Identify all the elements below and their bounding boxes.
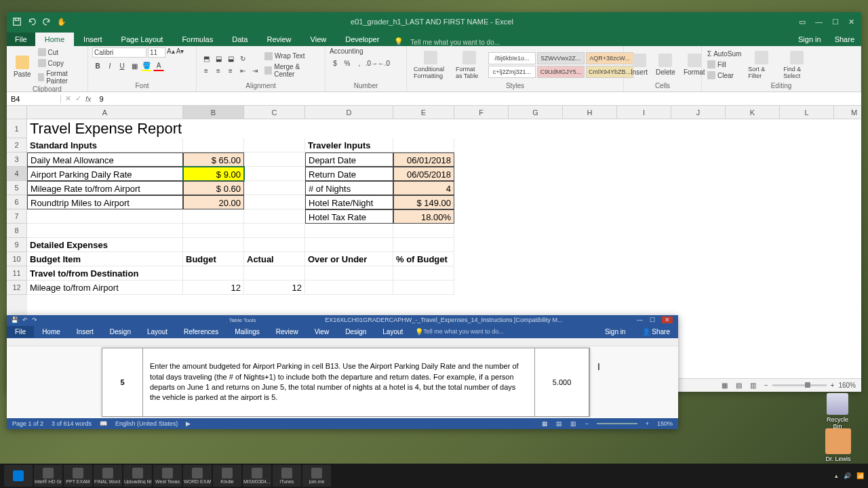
signin-link[interactable]: Sign in [791, 33, 828, 46]
read-mode-icon[interactable]: ▦ [542, 420, 548, 427]
format-as-table-button[interactable]: Format as Table [453, 49, 486, 81]
taskbar[interactable]: Intel® HD GraphicsPPT EXAMFINAL Word Exa… [0, 464, 868, 488]
clear-button[interactable]: Clear [706, 70, 743, 80]
insert-cells-button[interactable]: Insert [628, 52, 650, 77]
indent-dec-icon[interactable]: ⇤ [237, 66, 248, 77]
view-normal-icon[interactable]: ▦ [722, 382, 728, 389]
row-header[interactable]: 7 [7, 209, 27, 224]
indent-inc-icon[interactable]: ⇥ [250, 66, 260, 77]
cell[interactable]: Traveler Inputs [305, 138, 393, 152]
tell-me-input[interactable]: Tell me what you want to do... [410, 39, 500, 46]
row-header[interactable]: 3 [7, 152, 27, 167]
cell[interactable]: Budget [183, 252, 244, 266]
redo-icon[interactable]: ↷ [32, 317, 37, 323]
touch-mode-icon[interactable]: ✋ [57, 17, 66, 26]
save-icon[interactable] [12, 17, 22, 26]
taskbar-item[interactable]: PPT EXAM [64, 465, 92, 487]
cell-style-item[interactable]: 5ZWvVwx2Z... [537, 52, 585, 64]
taskbar-item[interactable]: Intel® HD Graphics [34, 465, 62, 487]
cell[interactable]: Daily Meal Allowance [27, 152, 183, 167]
cell[interactable] [244, 167, 305, 181]
maximize-icon[interactable]: ☐ [650, 317, 655, 323]
cell-style-item[interactable]: C9UdMGJY5... [537, 66, 585, 78]
row-header[interactable]: 9 [7, 238, 27, 252]
zoom-out-icon[interactable]: − [585, 420, 588, 427]
word-tab-design[interactable]: Design [102, 326, 139, 338]
conditional-formatting-button[interactable]: Conditional Formatting [411, 49, 450, 81]
fill-button[interactable]: Fill [706, 60, 743, 69]
web-layout-icon[interactable]: ▥ [570, 420, 576, 427]
zoom-slider[interactable] [597, 423, 637, 424]
col-header[interactable]: C [244, 106, 305, 119]
name-box[interactable]: B4 [7, 95, 61, 103]
col-header[interactable]: A [27, 106, 183, 119]
cell[interactable] [244, 209, 305, 224]
word-ruler[interactable] [7, 338, 678, 346]
tab-page-layout[interactable]: Page Layout [112, 33, 173, 46]
file-tab[interactable]: File [7, 33, 35, 46]
column-headers[interactable]: ABCDEFGHIJKLM [27, 106, 861, 119]
cell[interactable] [183, 266, 244, 281]
fx-icon[interactable]: fx [85, 95, 92, 103]
cell[interactable]: Detailed Expenses [27, 238, 183, 252]
dec-decimal-icon[interactable]: ←.0 [378, 58, 389, 68]
row-header[interactable]: 8 [7, 224, 27, 238]
word-tellme[interactable]: Tell me what you want to do... [423, 328, 504, 335]
col-header[interactable]: K [726, 106, 780, 119]
formula-input[interactable]: 9 [96, 95, 861, 103]
cell[interactable] [183, 138, 244, 152]
cell[interactable] [244, 266, 305, 281]
taskbar-item[interactable]: WORD EXAM 10-12...2016A [183, 465, 212, 487]
col-header[interactable]: H [563, 106, 617, 119]
cell[interactable]: Hotel Tax Rate [305, 209, 393, 224]
col-header[interactable]: F [454, 106, 509, 119]
row-header[interactable]: 5 [7, 181, 27, 195]
cell[interactable] [244, 224, 305, 238]
cell[interactable] [183, 224, 244, 238]
cell[interactable]: Travel to/from Destination [27, 266, 183, 281]
cell[interactable] [183, 238, 244, 252]
cell[interactable] [244, 195, 305, 209]
row-header[interactable]: 10 [7, 252, 27, 266]
cell[interactable]: 4 [393, 181, 454, 195]
cell-style-item[interactable]: /8ij6kbIe1o... [488, 52, 536, 64]
word-count[interactable]: 3 of 614 words [52, 420, 92, 427]
cell[interactable]: Hotel Rate/Night [305, 195, 393, 209]
cell[interactable]: Standard Inputs [27, 138, 183, 152]
system-tray[interactable]: ▴ 🔊 📶 [835, 472, 864, 479]
cell[interactable] [244, 138, 305, 152]
col-header[interactable]: L [780, 106, 834, 119]
cell[interactable]: Budget Item [27, 252, 183, 266]
page-indicator[interactable]: Page 1 of 2 [12, 420, 43, 427]
comma-button[interactable]: , [354, 58, 365, 68]
zoom-level[interactable]: 150% [657, 420, 673, 427]
cell[interactable]: $ 65.00 [183, 152, 244, 167]
zoom-out-icon[interactable]: − [764, 382, 768, 389]
cell[interactable] [393, 138, 454, 152]
align-center-icon[interactable]: ≡ [213, 66, 224, 77]
row-header[interactable]: 12 [7, 281, 27, 295]
sort-filter-button[interactable]: Sort & Filter [745, 49, 778, 81]
close-icon[interactable]: ✕ [662, 317, 673, 323]
cell[interactable] [27, 209, 183, 224]
fill-color-button[interactable]: 🪣 [141, 60, 152, 71]
ribbon-options-icon[interactable]: ▭ [799, 18, 806, 26]
cell[interactable]: 06/05/2018 [393, 167, 454, 181]
bold-button[interactable]: B [92, 60, 103, 71]
cell[interactable] [393, 224, 454, 238]
word-signin[interactable]: Sign in [597, 326, 634, 338]
cut-button[interactable]: Cut [37, 47, 83, 57]
redo-icon[interactable] [42, 17, 52, 26]
wrap-text-button[interactable]: Wrap Text [263, 52, 321, 61]
cell[interactable] [305, 224, 393, 238]
cell[interactable]: 06/01/2018 [393, 152, 454, 167]
word-tab-references[interactable]: References [176, 326, 226, 338]
align-middle-icon[interactable]: ⬓ [213, 54, 224, 64]
cell[interactable]: Roundtrip Miles to Airport [27, 195, 183, 209]
cell[interactable] [183, 209, 244, 224]
taskbar-item[interactable]: Uploading NEW Word... [123, 465, 152, 487]
word-document-area[interactable]: 5 Enter the amount budgeted for Airport … [7, 346, 678, 418]
cell[interactable]: Actual [244, 252, 305, 266]
tab-data[interactable]: Data [222, 33, 257, 46]
word-share[interactable]: 👤 Share [634, 326, 678, 338]
